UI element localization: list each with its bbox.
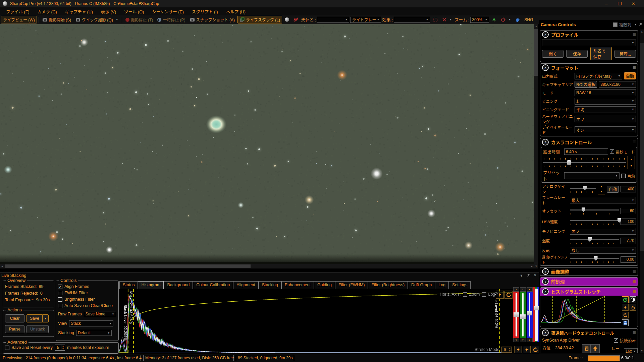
section-menu-icon[interactable]: ≡ — [633, 331, 636, 335]
close-button[interactable]: ✕ — [632, 1, 635, 6]
scroll-left-icon[interactable]: ◄ — [0, 264, 4, 268]
up-arrow-icon[interactable]: ▲ — [513, 287, 519, 292]
raw-frames-select[interactable]: Save None▼ — [84, 311, 116, 317]
save-stretch-button[interactable] — [622, 319, 629, 326]
binning-select[interactable]: 1▼ — [575, 98, 636, 105]
auto-save-checkbox[interactable] — [58, 304, 62, 308]
snapshot-button[interactable]: スナップショット (A) — [188, 16, 236, 23]
offset-value[interactable]: 60 — [621, 208, 636, 214]
live-stack-button[interactable]: ライブスタック (L) — [237, 16, 282, 23]
all-level-handle[interactable] — [534, 306, 539, 310]
stretch-header[interactable]: ∧ ヒストグラムストレッチ ≡ — [540, 288, 638, 296]
usb-speed-slider[interactable] — [570, 218, 619, 223]
slew-up-button[interactable] — [591, 344, 600, 353]
tab-drift-graph[interactable]: Drift Graph — [408, 281, 435, 289]
panel-close-icon[interactable]: ✕ — [534, 273, 537, 278]
zoom-select[interactable]: 300%▼ — [470, 17, 489, 23]
menu-tools[interactable]: ツール (O) — [120, 7, 148, 16]
black-level-line-label[interactable]: Black Level 02.209% — [123, 305, 127, 341]
egain-shift-slider-handle[interactable] — [594, 256, 598, 261]
collapse-icon[interactable]: ∧ — [542, 64, 549, 71]
panel-scrollbar[interactable]: ▲ ▼ — [640, 29, 644, 353]
selection-area-button[interactable] — [431, 16, 439, 23]
multi-column-checkbox[interactable] — [613, 22, 618, 27]
live-image-canvas[interactable] — [0, 24, 534, 264]
gain-value[interactable]: 400 — [621, 186, 636, 192]
effects-select[interactable]: ▼ — [394, 17, 430, 23]
save-dropdown-button[interactable]: ▼ — [43, 314, 49, 322]
temperature-slider[interactable] — [570, 237, 619, 242]
tab-background[interactable]: Background — [164, 281, 193, 289]
connected-checkbox[interactable]: ✓ — [614, 338, 618, 343]
minimize-button[interactable]: – — [605, 1, 607, 6]
brightness-filter-checkbox[interactable] — [58, 297, 62, 302]
chevron-down-icon[interactable]: ▼ — [508, 18, 511, 21]
gain-slider-handle[interactable] — [583, 186, 587, 190]
reticle-button[interactable]: ▼ — [499, 17, 513, 23]
stacking-select[interactable]: Default▼ — [76, 330, 112, 336]
panel-menu-chevron-icon[interactable]: ▼ — [634, 23, 637, 26]
rate-select[interactable]: 16x▼ — [624, 348, 638, 353]
preprocess-header[interactable]: ∨ 前処理 ≡ — [540, 278, 638, 286]
debayer-select[interactable]: オン▼ — [575, 126, 636, 133]
menu-view[interactable]: 表示 (V) — [97, 7, 120, 16]
horiz-log-checkbox[interactable] — [482, 292, 486, 297]
menu-capture[interactable]: キャプチャ (U) — [61, 7, 97, 16]
up-arrow-icon[interactable]: ▲ — [527, 287, 533, 292]
hist-auto-stretch-button[interactable] — [496, 291, 504, 299]
scroll-right-icon[interactable]: ► — [530, 264, 534, 268]
down-arrow-icon[interactable]: ▼ — [527, 338, 533, 342]
save-button[interactable]: Save — [26, 314, 43, 322]
gain-auto-button[interactable]: 自動 — [607, 186, 619, 193]
profile-header[interactable]: ∧ プロファイル ≡ — [540, 31, 638, 39]
camera-control-header[interactable]: ∧ カメラコントロール ≡ — [540, 138, 638, 146]
red-level-handle[interactable] — [514, 312, 519, 317]
section-menu-icon[interactable]: ≡ — [633, 33, 636, 36]
profile-save-as-button[interactable]: 別名で保存... — [590, 47, 612, 60]
menu-camera[interactable]: カメラ (C) — [33, 7, 61, 16]
tab-guiding[interactable]: Guiding — [314, 281, 335, 289]
section-menu-icon[interactable]: ≡ — [633, 270, 636, 273]
lock-stretch-button[interactable] — [630, 304, 636, 311]
usb-speed-value[interactable]: 100 — [621, 219, 636, 225]
stretch-mode-spinner[interactable]: 6▲▼ — [501, 347, 512, 353]
preset-select[interactable]: ▼ — [564, 172, 620, 179]
blue-level-slider[interactable]: ▲ ▼ — [527, 287, 533, 342]
live-image-view[interactable] — [0, 24, 534, 264]
restore-button[interactable]: ❐ — [618, 1, 622, 6]
capture-area-select[interactable]: 3856x2180▼ — [599, 81, 636, 88]
gain-spinner[interactable]: ▲▼ — [598, 184, 605, 194]
offset-slider[interactable] — [570, 207, 619, 213]
display-stretch-button[interactable] — [630, 296, 636, 303]
tab-enhancement[interactable]: Enhancement — [281, 281, 314, 289]
tab-status[interactable]: Status — [119, 281, 138, 289]
green-level-slider[interactable]: ▲ ▼ — [520, 287, 526, 342]
exposure-spinner[interactable]: ▲▼ — [628, 156, 635, 169]
auto-stretch-button[interactable] — [514, 346, 522, 353]
all-level-slider[interactable] — [533, 287, 539, 342]
exposure-slider[interactable] — [543, 160, 626, 165]
up-arrow-icon[interactable]: ▲ — [520, 287, 526, 292]
live-view-button[interactable]: ライブビュー (W) — [1, 16, 37, 23]
menu-sequencer[interactable]: シーケンサー (E) — [148, 7, 188, 16]
tab-alignment[interactable]: Alignment — [233, 281, 259, 289]
blue-level-handle[interactable] — [527, 311, 532, 315]
telescope-header[interactable]: ∧ 望遠鏡ハードウェアコントロール ≡ — [540, 329, 638, 337]
offset-slider-handle[interactable] — [582, 207, 585, 212]
quick-capture-button[interactable]: クイック撮影 (Q)▼ — [74, 16, 120, 23]
vertical-scrollbar[interactable]: ▲ ▼ — [534, 24, 538, 268]
green-level-handle[interactable] — [520, 314, 526, 319]
align-frames-checkbox[interactable]: ✓ — [58, 285, 62, 289]
save-reset-checkbox[interactable] — [5, 346, 9, 350]
section-menu-icon[interactable]: ≡ — [633, 66, 636, 69]
tab-log[interactable]: Log — [435, 281, 449, 289]
menu-file[interactable]: ファイル (F) — [2, 7, 33, 16]
reset-levels-button[interactable] — [532, 346, 539, 353]
exposure-slider-handle[interactable] — [567, 160, 571, 165]
scenery-mode-button[interactable] — [490, 17, 498, 23]
section-menu-icon[interactable]: ≡ — [633, 140, 636, 144]
chevron-down-icon[interactable]: ▼ — [116, 18, 118, 21]
tab-histogram[interactable]: Histogram — [138, 281, 164, 289]
spiral-search-button[interactable] — [582, 344, 591, 353]
section-menu-icon[interactable]: ≡ — [633, 280, 636, 283]
